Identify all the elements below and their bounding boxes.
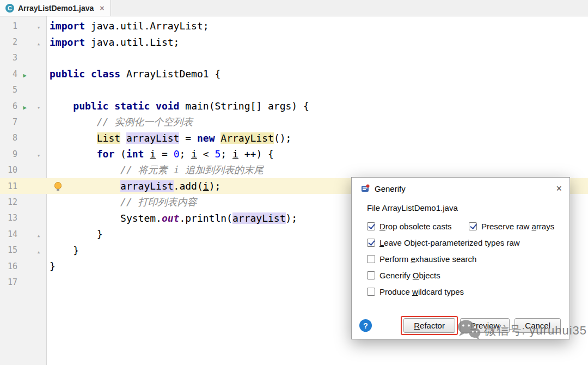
code-token xyxy=(50,148,97,160)
code-text[interactable]: import java.util.ArrayList; xyxy=(47,20,209,32)
checkbox-perform-exhaustive-search[interactable]: Perform exhaustive search xyxy=(367,254,476,264)
code-line[interactable]: 5 xyxy=(0,82,588,98)
code-text[interactable]: // 实例化一个空列表 xyxy=(47,115,193,129)
code-text[interactable]: } xyxy=(47,245,79,256)
fold-open-icon[interactable]: ▾ xyxy=(37,152,41,159)
tab-title: ArrayListDemo1.java xyxy=(18,4,94,13)
gutter-cell[interactable]: 7 xyxy=(0,114,47,130)
checkbox-box[interactable] xyxy=(367,288,375,296)
code-token: List xyxy=(97,132,120,144)
run-icon[interactable]: ▶ xyxy=(23,72,27,79)
checkbox-label: Drop obsolete casts xyxy=(379,222,452,231)
checkbox-drop-obsolete-casts[interactable]: Drop obsolete casts xyxy=(367,222,469,231)
java-class-icon: C xyxy=(5,4,14,13)
checkbox-box[interactable] xyxy=(367,271,375,279)
code-text[interactable]: List arrayList = new ArrayList(); xyxy=(47,132,291,144)
fold-open-icon[interactable]: ▾ xyxy=(37,104,41,111)
gutter-cell[interactable]: 17 xyxy=(0,274,47,290)
generify-icon xyxy=(360,184,370,193)
gutter-cell[interactable]: 13 xyxy=(0,210,47,226)
checkbox-row: Leave Object-parameterized types raw xyxy=(367,238,560,247)
line-number: 1 xyxy=(0,21,17,31)
code-text[interactable]: } xyxy=(47,228,103,240)
gutter-cell[interactable]: 12 xyxy=(0,194,47,210)
code-text[interactable]: System.out.println(arrayList); xyxy=(47,212,297,224)
gutter-cell[interactable]: 9▾ xyxy=(0,146,47,162)
tab-close-icon[interactable]: × xyxy=(100,4,104,13)
checkbox-row: Generify Objects xyxy=(367,271,560,280)
gutter-cell[interactable]: 2▴ xyxy=(0,34,47,50)
line-number: 4 xyxy=(0,69,17,79)
gutter-cell[interactable]: 6▶▾ xyxy=(0,98,47,114)
code-text[interactable]: public static void main(String[] args) { xyxy=(47,100,309,112)
dialog-checkboxes: Drop obsolete castsPreserve raw arraysLe… xyxy=(362,222,560,296)
gutter-cell[interactable]: 3 xyxy=(0,50,47,66)
code-line[interactable]: 10 // 将元素 i 追加到列表的末尾 xyxy=(0,162,588,178)
gutter-cell[interactable]: 8 xyxy=(0,130,47,146)
checkbox-produce-wildcard-types[interactable]: Produce wildcard types xyxy=(367,287,464,296)
code-token: import xyxy=(50,20,85,32)
code-token: ); xyxy=(286,212,298,224)
gutter-cell[interactable]: 11 xyxy=(0,178,47,194)
code-token xyxy=(50,116,97,127)
code-line[interactable]: 8 List arrayList = new ArrayList(); xyxy=(0,130,588,146)
line-number: 2 xyxy=(0,37,17,47)
run-icon[interactable]: ▶ xyxy=(23,104,27,111)
code-token: i xyxy=(232,148,238,160)
code-text[interactable]: import java.util.List; xyxy=(47,36,179,48)
gutter-cell[interactable]: 4▶ xyxy=(0,66,47,82)
checkbox-box[interactable] xyxy=(469,222,477,230)
code-line[interactable]: 1▾import java.util.ArrayList; xyxy=(0,18,588,34)
line-number: 12 xyxy=(0,197,17,207)
dialog-close-icon[interactable]: × xyxy=(556,184,562,193)
code-token: for xyxy=(97,148,115,160)
dialog-title: Generify xyxy=(375,184,406,193)
refactor-button[interactable]: Refactor xyxy=(403,318,455,333)
code-line[interactable]: 3 xyxy=(0,50,588,66)
code-line[interactable]: 4▶public class ArrayListDemo1 { xyxy=(0,66,588,82)
code-token xyxy=(85,68,91,80)
gutter-cell[interactable]: 14▴ xyxy=(0,226,47,242)
checkbox-leave-object-parameterized-types-raw[interactable]: Leave Object-parameterized types raw xyxy=(367,238,520,247)
code-token: i xyxy=(150,148,156,160)
code-line[interactable]: 9▾ for (int i = 0; i < 5; i ++) { xyxy=(0,146,588,162)
checkbox-box[interactable] xyxy=(367,239,375,247)
code-token: < xyxy=(197,148,215,160)
watermark-text: 微信号: yuruhui35 xyxy=(484,323,587,339)
code-token: } xyxy=(50,228,103,240)
code-token xyxy=(108,100,114,112)
gutter-cell[interactable]: 5 xyxy=(0,82,47,98)
code-line[interactable]: 7 // 实例化一个空列表 xyxy=(0,114,588,130)
checkbox-row: Drop obsolete castsPreserve raw arrays xyxy=(367,222,560,231)
code-line[interactable]: 2▴import java.util.List; xyxy=(0,34,588,50)
code-line[interactable]: 6▶▾ public static void main(String[] arg… xyxy=(0,98,588,114)
checkbox-generify-objects[interactable]: Generify Objects xyxy=(367,271,440,280)
fold-close-icon[interactable]: ▴ xyxy=(37,232,41,239)
checkbox-box[interactable] xyxy=(367,222,375,230)
code-text[interactable]: // 打印列表内容 xyxy=(47,196,197,209)
fold-open-icon[interactable]: ▾ xyxy=(37,24,41,31)
code-token: arrayList xyxy=(120,180,174,192)
code-token: static xyxy=(114,100,150,112)
code-text[interactable]: // 将元素 i 追加到列表的末尾 xyxy=(47,163,264,177)
editor-tab-bar: C ArrayListDemo1.java × xyxy=(0,0,588,16)
checkbox-preserve-raw-arrays[interactable]: Preserve raw arrays xyxy=(469,222,554,231)
code-text[interactable]: arrayList.add(i); xyxy=(47,180,220,192)
code-token: public xyxy=(50,68,85,80)
gutter-cell[interactable]: 1▾ xyxy=(0,18,47,34)
code-token: ArrayListDemo1 { xyxy=(120,68,220,80)
gutter-cell[interactable]: 10 xyxy=(0,162,47,178)
gutter-cell[interactable]: 15▴ xyxy=(0,242,47,258)
code-token: ArrayList xyxy=(220,132,274,144)
fold-close-icon[interactable]: ▴ xyxy=(37,248,41,256)
gutter-cell[interactable]: 16 xyxy=(0,258,47,274)
fold-close-icon[interactable]: ▴ xyxy=(37,40,41,47)
code-text[interactable]: } xyxy=(47,260,56,272)
tab-arraylistdemo1[interactable]: C ArrayListDemo1.java × xyxy=(0,0,111,16)
checkbox-box[interactable] xyxy=(367,255,375,263)
help-icon[interactable]: ? xyxy=(359,319,372,332)
code-text[interactable]: for (int i = 0; i < 5; i ++) { xyxy=(47,148,274,160)
code-text[interactable]: public class ArrayListDemo1 { xyxy=(47,68,220,80)
code-token: java.util.ArrayList; xyxy=(85,20,209,32)
intention-bulb-icon[interactable] xyxy=(54,182,62,189)
